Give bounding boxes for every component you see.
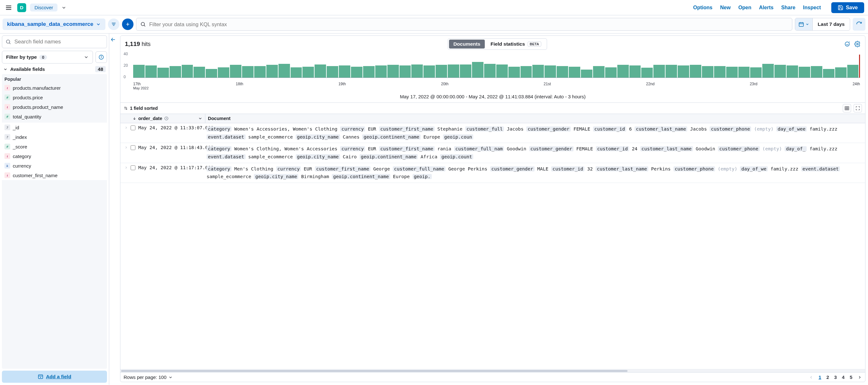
histogram-bar[interactable] <box>351 67 363 77</box>
topbar-link-inspect[interactable]: Inspect <box>803 5 821 10</box>
histogram-bar[interactable] <box>738 67 750 77</box>
histogram-bar[interactable] <box>242 66 254 77</box>
histogram-bar[interactable] <box>484 64 496 77</box>
horizontal-scrollbar[interactable] <box>120 369 865 372</box>
histogram-bar[interactable] <box>726 67 738 77</box>
fullscreen-button[interactable] <box>854 104 862 113</box>
edit-visualization-button[interactable] <box>844 41 850 47</box>
app-logo-badge[interactable]: D <box>17 3 26 12</box>
kql-query-input[interactable] <box>136 18 792 31</box>
save-button[interactable]: Save <box>831 2 864 13</box>
field-item[interactable]: #total_quantity <box>2 112 107 121</box>
pager-page[interactable]: 5 <box>850 375 852 380</box>
histogram-bar[interactable] <box>714 66 725 77</box>
histogram-bar[interactable] <box>762 64 774 77</box>
pager-prev[interactable] <box>809 375 813 380</box>
tab-field-statistics[interactable]: Field statistics BETA <box>486 40 546 49</box>
histogram-bar[interactable] <box>424 65 435 77</box>
field-item[interactable]: tproducts.product_name <box>2 102 107 112</box>
expand-row-button[interactable] <box>122 145 131 161</box>
histogram-bar[interactable] <box>133 65 145 77</box>
field-item[interactable]: kcurrency <box>2 161 107 170</box>
chart-settings-button[interactable] <box>854 41 861 47</box>
histogram-bar[interactable] <box>702 66 713 77</box>
sort-indicator[interactable]: 1 field sorted <box>124 106 158 111</box>
histogram-bar[interactable] <box>182 65 193 77</box>
histogram-bar[interactable] <box>400 65 411 77</box>
row-checkbox[interactable] <box>131 145 138 161</box>
histogram-bar[interactable] <box>690 65 701 77</box>
histogram-bar[interactable] <box>665 65 677 77</box>
histogram-bar[interactable] <box>593 66 604 77</box>
pager-page[interactable]: 3 <box>834 375 837 380</box>
histogram-bar[interactable] <box>823 69 834 77</box>
histogram-bar[interactable] <box>496 64 508 77</box>
topbar-link-alerts[interactable]: Alerts <box>759 5 773 10</box>
field-search-field[interactable] <box>14 39 103 45</box>
table-row[interactable]: May 24, 2022 @ 11:33:07.000category Wome… <box>120 123 865 143</box>
histogram-bar[interactable] <box>811 66 822 77</box>
histogram-bar[interactable] <box>545 65 556 77</box>
date-range-label[interactable]: Last 7 days <box>813 18 850 30</box>
collapse-sidebar-button[interactable] <box>110 37 116 42</box>
histogram-bar[interactable] <box>617 65 629 77</box>
column-document[interactable]: Document <box>205 114 865 123</box>
field-item[interactable]: ?_id <box>2 123 107 132</box>
histogram-bar[interactable] <box>254 66 266 77</box>
date-quick-menu-button[interactable] <box>795 18 813 30</box>
refresh-button[interactable] <box>853 18 865 31</box>
histogram-bar[interactable] <box>653 65 665 77</box>
histogram-bar[interactable] <box>388 65 399 77</box>
histogram-bar[interactable] <box>472 62 484 77</box>
filter-menu-button[interactable] <box>108 19 119 30</box>
pager-page[interactable]: 4 <box>842 375 844 380</box>
histogram-bar[interactable] <box>521 66 532 77</box>
field-search-input[interactable] <box>2 35 107 48</box>
histogram-bar[interactable] <box>169 66 181 77</box>
table-row[interactable]: May 24, 2022 @ 11:17:17.000category Men'… <box>120 163 865 183</box>
pager-page[interactable]: 1 <box>818 375 821 380</box>
field-item[interactable]: #_score <box>2 142 107 151</box>
histogram-bar[interactable] <box>605 67 617 77</box>
field-item[interactable]: tcustomer_first_name <box>2 170 107 180</box>
histogram-bar[interactable] <box>206 69 217 77</box>
histogram-bar[interactable] <box>315 64 326 77</box>
add-field-button[interactable]: Add a field <box>2 371 107 383</box>
histogram-bar[interactable] <box>193 67 205 77</box>
histogram-bar[interactable] <box>278 64 290 77</box>
histogram-bar[interactable] <box>835 67 847 77</box>
histogram-bar[interactable] <box>799 67 810 77</box>
histogram-bar[interactable] <box>508 67 520 77</box>
histogram-bar[interactable] <box>557 66 568 77</box>
histogram-bar[interactable] <box>157 68 169 77</box>
pager-page[interactable]: 2 <box>827 375 829 380</box>
field-list[interactable]: Popular tproducts.manufacturer#products.… <box>2 74 107 369</box>
topbar-link-new[interactable]: New <box>720 5 731 10</box>
display-options-button[interactable] <box>843 104 851 113</box>
topbar-link-share[interactable]: Share <box>781 5 795 10</box>
histogram-bar[interactable] <box>266 65 278 77</box>
histogram-bar[interactable] <box>327 66 338 77</box>
filter-by-type-select[interactable]: Filter by type 0 <box>2 51 93 64</box>
histogram-bar[interactable] <box>436 65 447 77</box>
histogram-bar[interactable] <box>230 65 242 77</box>
chevron-down-icon[interactable] <box>198 116 203 121</box>
histogram-bar[interactable] <box>629 65 641 77</box>
histogram-bar[interactable] <box>847 65 859 77</box>
histogram-bar[interactable] <box>145 65 157 77</box>
topbar-link-open[interactable]: Open <box>738 5 751 10</box>
pager-next[interactable] <box>858 375 862 380</box>
histogram-bar[interactable] <box>448 64 459 77</box>
add-filter-button[interactable] <box>122 19 133 30</box>
tab-documents[interactable]: Documents <box>449 40 485 49</box>
histogram-bar[interactable] <box>786 65 798 77</box>
field-item[interactable]: tproducts.manufacturer <box>2 83 107 93</box>
grid-body[interactable]: May 24, 2022 @ 11:33:07.000category Wome… <box>120 123 865 369</box>
histogram-bar[interactable] <box>678 65 689 77</box>
field-item[interactable]: #products.price <box>2 93 107 102</box>
discover-app-chip[interactable]: Discover <box>30 3 58 11</box>
histogram-bar[interactable] <box>411 64 423 77</box>
histogram-bar[interactable] <box>774 65 786 77</box>
histogram-bars[interactable] <box>133 54 860 78</box>
column-order-date[interactable]: order_date <box>130 114 205 123</box>
